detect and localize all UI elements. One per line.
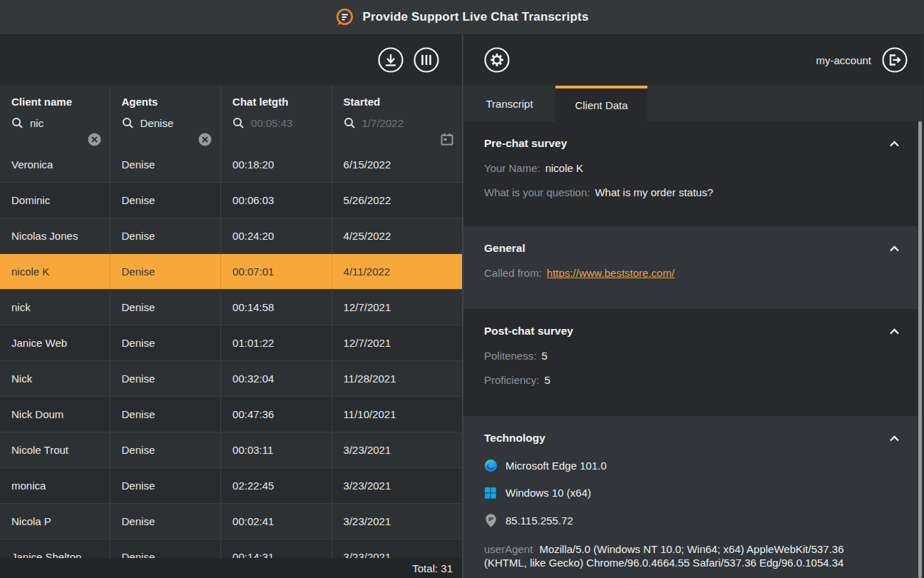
client-name-filter-input[interactable] bbox=[30, 117, 80, 129]
collapse-button[interactable] bbox=[888, 327, 901, 336]
client-data-sections: Pre-chat survey Your Name:nicole K What … bbox=[463, 121, 923, 578]
chevron-up-icon bbox=[889, 328, 900, 335]
windows-icon bbox=[484, 487, 497, 499]
table-row[interactable]: nick Denise 00:14:58 12/7/2021 bbox=[0, 289, 462, 325]
transcripts-table-body: Veronica Denise 00:18:20 6/15/2022 Domin… bbox=[0, 146, 462, 558]
section-post-chat-survey: Post-chat survey Politeness:5 Proficienc… bbox=[463, 309, 923, 416]
table-row[interactable]: Janice Web Denise 01:01:22 12/7/2021 bbox=[0, 325, 462, 360]
date-picker-button[interactable] bbox=[441, 133, 453, 146]
detail-tabs: Transcript Client Data bbox=[463, 86, 923, 121]
column-header-agents[interactable]: Agents bbox=[111, 86, 222, 146]
tech-ip: IP 85.115.255.72 bbox=[484, 514, 901, 527]
tab-client-data[interactable]: Client Data bbox=[555, 86, 647, 121]
table-row[interactable]: Veronica Denise 00:18:20 6/15/2022 bbox=[0, 146, 462, 182]
collapse-button[interactable] bbox=[888, 139, 901, 148]
user-agent: userAgentMozilla/5.0 (Windows NT 10.0; W… bbox=[484, 542, 881, 569]
account-name: my-account bbox=[816, 54, 871, 66]
table-row[interactable]: monica Denise 02:22:45 3/23/2021 bbox=[0, 467, 462, 503]
column-header-client-name[interactable]: Client name bbox=[0, 86, 111, 146]
transcripts-list-panel: Client name Agents bbox=[0, 34, 463, 578]
table-row[interactable]: Nicola P Denise 00:02:41 3/23/2021 bbox=[0, 503, 462, 539]
field-politeness: Politeness:5 bbox=[484, 350, 901, 362]
table-row[interactable]: Nick Denise 00:32:04 11/28/2021 bbox=[0, 360, 462, 396]
section-title: General bbox=[484, 242, 525, 255]
section-title: Post-chat survey bbox=[484, 325, 573, 338]
field-question: What is your question:What is my order s… bbox=[484, 186, 901, 198]
vertical-scrollbar[interactable] bbox=[918, 121, 922, 578]
chevron-up-icon bbox=[889, 435, 900, 442]
tech-os: Windows 10 (x64) bbox=[484, 487, 901, 499]
started-filter-input[interactable] bbox=[362, 117, 412, 129]
called-from-link[interactable]: https://www.beststore.com/ bbox=[547, 267, 674, 279]
detail-panel: my-account Transcript Client Data Pre-ch… bbox=[463, 34, 923, 578]
table-row[interactable]: Dominic Denise 00:06:03 5/26/2022 bbox=[0, 182, 462, 218]
section-pre-chat-survey: Pre-chat survey Your Name:nicole K What … bbox=[463, 121, 923, 226]
section-general: General Called from:https://www.beststor… bbox=[463, 226, 923, 309]
chevron-up-icon bbox=[889, 141, 900, 147]
collapse-button[interactable] bbox=[888, 434, 901, 443]
svg-text:IP: IP bbox=[488, 516, 493, 522]
ip-pin-icon: IP bbox=[484, 514, 497, 527]
calendar-icon bbox=[441, 133, 453, 146]
section-technology: Technology bbox=[463, 416, 923, 578]
table-row[interactable]: Nicole Trout Denise 00:03:11 3/23/2021 bbox=[0, 432, 462, 467]
collapse-button[interactable] bbox=[888, 244, 901, 253]
search-icon bbox=[232, 117, 245, 129]
table-footer: Total: 31 bbox=[0, 558, 462, 578]
logout-button[interactable] bbox=[881, 46, 908, 73]
search-icon bbox=[122, 117, 134, 129]
logout-icon bbox=[881, 46, 908, 73]
field-your-name: Your Name:nicole K bbox=[484, 162, 901, 174]
chat-length-filter-input[interactable] bbox=[251, 117, 301, 129]
table-row[interactable]: Janice Shelton Denise 00:14:31 3/23/2021 bbox=[0, 539, 462, 558]
columns-icon bbox=[413, 46, 440, 73]
left-toolbar bbox=[0, 34, 462, 86]
app-header: Provide Support Live Chat Transcripts bbox=[0, 0, 924, 34]
clear-client-filter-button[interactable] bbox=[88, 133, 101, 146]
field-called-from: Called from:https://www.beststore.com/ bbox=[484, 267, 901, 279]
download-icon bbox=[377, 46, 404, 73]
tech-browser: Microsoft Edge 101.0 bbox=[484, 460, 901, 472]
clear-agents-filter-button[interactable] bbox=[198, 133, 212, 146]
search-icon bbox=[11, 117, 24, 129]
table-row[interactable]: Nicolas Jones Denise 00:24:20 4/25/2022 bbox=[0, 218, 462, 253]
search-icon bbox=[344, 117, 356, 129]
right-toolbar: my-account bbox=[463, 34, 923, 86]
table-row[interactable]: Nick Doum Denise 00:47:36 11/10/2021 bbox=[0, 396, 462, 432]
column-header-chat-length[interactable]: Chat letgth bbox=[221, 86, 332, 146]
table-row-selected[interactable]: nicole K Denise 00:07:01 4/11/2022 bbox=[0, 253, 462, 289]
chevron-up-icon bbox=[889, 245, 900, 252]
section-title: Technology bbox=[484, 432, 545, 445]
clear-icon bbox=[88, 133, 101, 146]
column-header-started[interactable]: Started bbox=[332, 86, 462, 146]
app-title: Provide Support Live Chat Transcripts bbox=[362, 10, 588, 24]
edge-browser-icon bbox=[484, 460, 497, 472]
table-header: Client name Agents bbox=[0, 86, 462, 146]
section-title: Pre-chat survey bbox=[484, 137, 567, 150]
settings-button[interactable] bbox=[483, 46, 510, 73]
clear-icon bbox=[198, 133, 212, 146]
gear-icon bbox=[483, 46, 510, 73]
field-proficiency: Proficiency:5 bbox=[484, 374, 901, 386]
tab-transcript[interactable]: Transcript bbox=[463, 86, 555, 121]
columns-filter-button[interactable] bbox=[413, 46, 440, 73]
download-button[interactable] bbox=[377, 46, 404, 73]
total-count: Total: 31 bbox=[412, 562, 453, 574]
agents-filter-input[interactable] bbox=[140, 117, 190, 129]
provide-support-logo-icon bbox=[335, 8, 354, 27]
